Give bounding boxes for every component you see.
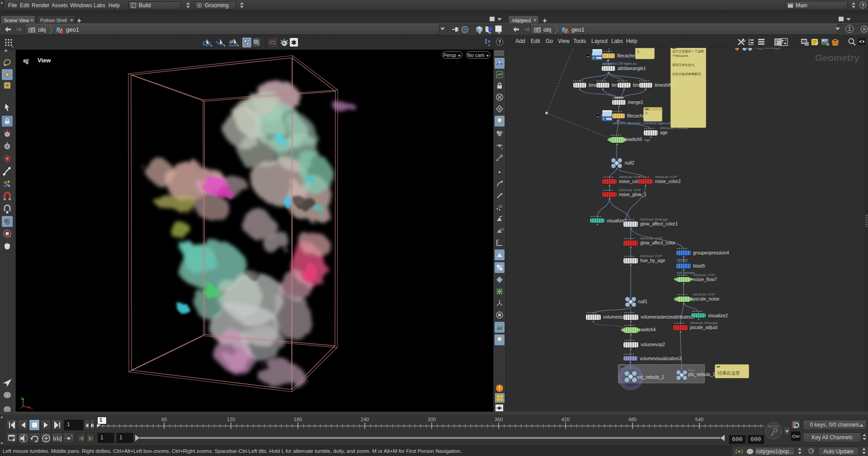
svg-text:12: 12 bbox=[498, 204, 502, 208]
svg-text:x: x bbox=[31, 406, 33, 410]
svg-text:y: y bbox=[21, 396, 23, 400]
svg-text:12: 12 bbox=[500, 228, 504, 231]
